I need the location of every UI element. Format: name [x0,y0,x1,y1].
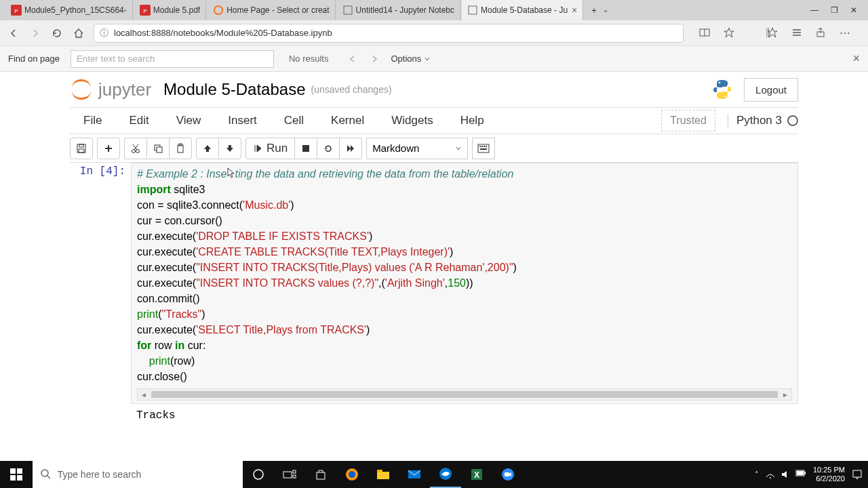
find-results: No results [289,54,329,64]
run-button[interactable]: Run [245,138,295,159]
menu-insert[interactable]: Insert [214,114,271,127]
pdf-icon: P [140,5,151,16]
more-icon[interactable]: ⋯ [840,26,850,39]
network-icon[interactable] [766,470,775,479]
file-explorer-app[interactable] [368,461,399,488]
command-palette-button[interactable] [472,138,495,159]
close-icon[interactable]: × [572,5,577,16]
menu-kernel[interactable]: Kernel [317,114,378,127]
svg-rect-32 [479,146,481,147]
menu-help[interactable]: Help [447,114,498,127]
cut-button[interactable] [124,138,147,159]
logout-button[interactable]: Logout [744,78,798,102]
favorite-icon[interactable] [723,26,735,39]
find-bar: Find on page No results Options × [0,46,868,72]
taskbar-search[interactable] [33,461,243,488]
battery-icon[interactable] [795,470,806,479]
menu-widgets[interactable]: Widgets [378,114,446,127]
restart-run-all-button[interactable] [339,138,362,159]
firefox-app[interactable] [336,461,368,488]
svg-rect-42 [293,475,296,478]
notebook-title[interactable]: Module 5-Database [163,80,305,99]
svg-point-37 [41,470,48,476]
scroll-right-icon[interactable]: ► [779,387,791,403]
reading-list-icon[interactable] [791,26,803,39]
window-close-button[interactable]: ✕ [850,5,857,15]
minimize-button[interactable]: — [810,5,818,15]
kernel-indicator[interactable]: Python 3 [728,114,798,127]
svg-point-22 [132,149,136,152]
svg-point-45 [349,471,355,478]
save-button[interactable] [70,138,93,159]
move-up-button[interactable] [196,138,219,159]
mail-app[interactable] [399,461,430,488]
find-options-button[interactable]: Options [391,54,431,64]
python-logo-icon [710,77,734,102]
cell-type-select[interactable]: Markdown [366,138,468,159]
system-tray[interactable]: ˄ 10:25 PM 6/2/2020 [755,466,868,483]
tray-expand-icon[interactable]: ˄ [755,470,759,479]
maximize-button[interactable]: ❐ [831,5,838,15]
code-editor[interactable]: # Example 2 : Inseting the data and retr… [131,163,798,404]
svg-rect-53 [505,472,509,476]
forward-button[interactable] [28,26,42,40]
paste-button[interactable] [169,138,192,159]
find-next-button[interactable] [365,49,384,68]
svg-rect-27 [157,147,162,152]
address-bar[interactable]: ⓘ localhost:8888/notebooks/Module%205-Da… [94,24,684,43]
browser-tab[interactable]: Untitled14 - Jupyter Notebc [337,0,460,20]
scroll-thumb[interactable] [151,391,778,398]
store-app[interactable] [305,461,336,488]
edge-app[interactable] [430,461,461,488]
taskbar-search-input[interactable] [58,469,235,480]
chevron-down-icon [455,145,462,152]
find-input[interactable] [71,50,274,68]
start-button[interactable] [0,461,33,488]
refresh-button[interactable] [50,26,64,40]
browser-tab-active[interactable]: Module 5-Database - Ju × [462,0,583,20]
stop-button[interactable] [294,138,317,159]
zoom-app[interactable] [492,461,524,488]
reading-view-icon[interactable] [698,26,711,39]
move-down-button[interactable] [218,138,241,159]
save-status: (unsaved changes) [311,84,392,95]
cursor-pointer-icon [227,167,235,180]
clock[interactable]: 10:25 PM 6/2/2020 [813,466,845,483]
menu-view[interactable]: View [163,114,215,127]
browser-tab[interactable]: Home Page - Select or creat [208,0,335,20]
new-tab-button[interactable]: ＋ [590,5,598,16]
task-view-button[interactable] [274,461,305,488]
code-cell[interactable]: In [4]: # Example 2 : Inseting the data … [70,163,798,404]
share-icon[interactable] [815,26,827,39]
find-close-button[interactable]: × [852,52,860,66]
svg-rect-30 [302,145,309,152]
menu-file[interactable]: File [70,114,115,127]
notebook-icon [467,5,478,16]
notification-icon[interactable] [852,469,863,480]
favorites-bar-icon[interactable] [766,26,778,39]
volume-icon[interactable] [781,470,790,479]
restart-button[interactable] [317,138,340,159]
back-button[interactable] [7,26,20,40]
menu-edit[interactable]: Edit [115,114,162,127]
browser-tab[interactable]: P Module5_Python_15CS664- [5,0,133,20]
find-prev-button[interactable] [343,49,362,68]
info-icon: ⓘ [100,27,108,39]
scroll-left-icon[interactable]: ◄ [138,387,150,403]
copy-button[interactable] [146,138,170,159]
svg-rect-40 [283,472,292,478]
add-cell-button[interactable] [97,138,120,159]
svg-rect-57 [797,471,804,475]
output-cell: Tracks [70,404,798,422]
jupyter-logo[interactable]: jupyter [70,78,151,101]
cell-hscrollbar[interactable]: ◄ ► [137,388,792,401]
menu-cell[interactable]: Cell [271,114,317,127]
tab-label: Untitled14 - Jupyter Notebc [356,5,454,15]
cortana-button[interactable] [243,461,274,488]
svg-rect-58 [853,470,861,477]
trusted-indicator[interactable]: Trusted [661,110,715,131]
home-button[interactable] [72,26,85,40]
tab-menu-button[interactable]: ⌄ [602,5,609,16]
browser-tab[interactable]: P Module 5.pdf [134,0,206,20]
excel-app[interactable]: X [461,461,492,488]
